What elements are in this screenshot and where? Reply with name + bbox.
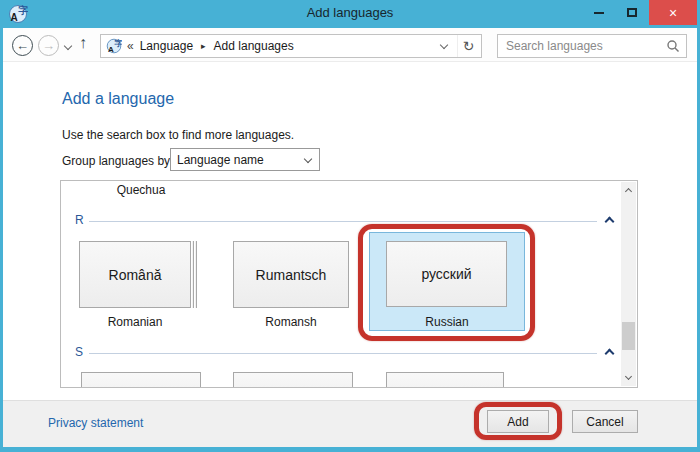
group-divider bbox=[89, 221, 597, 222]
page-subtext: Use the search box to find more language… bbox=[62, 128, 294, 142]
back-icon: ← bbox=[16, 39, 29, 52]
breadcrumb-collapse-icon[interactable]: « bbox=[127, 39, 134, 53]
language-tile-romansh[interactable]: Rumantsch bbox=[233, 241, 349, 308]
group-by-value: Language name bbox=[177, 153, 264, 167]
collapse-group-s-icon[interactable] bbox=[605, 349, 615, 359]
maximize-button[interactable] bbox=[615, 0, 649, 25]
language-tile-partial[interactable] bbox=[81, 372, 201, 388]
window-body: ← → ↑ 字 A « Language ▸ Add languages ↻ bbox=[3, 28, 697, 447]
tile-native-name: Română bbox=[109, 267, 162, 283]
breadcrumb-item-add-languages[interactable]: Add languages bbox=[212, 39, 296, 53]
window-controls: × bbox=[583, 0, 697, 25]
minimize-icon bbox=[594, 12, 604, 14]
tile-stack-edge bbox=[192, 241, 194, 308]
forward-button[interactable]: → bbox=[38, 35, 59, 56]
add-languages-window: 字 A Add languages × ← → ↑ 字 A « Languag bbox=[0, 0, 700, 452]
group-by-label: Group languages by: bbox=[62, 154, 173, 168]
breadcrumb-separator-icon[interactable]: ▸ bbox=[195, 41, 212, 51]
tile-label-quechua: Quechua bbox=[81, 183, 201, 197]
close-icon: × bbox=[669, 5, 677, 21]
group-header-r: R bbox=[75, 213, 84, 227]
group-divider bbox=[89, 353, 597, 354]
language-tile-partial[interactable] bbox=[233, 372, 353, 388]
annotation-ring-add bbox=[474, 402, 562, 440]
search-input[interactable] bbox=[504, 38, 666, 54]
scroll-up-button[interactable] bbox=[621, 182, 636, 198]
tile-native-name: Rumantsch bbox=[256, 267, 327, 283]
titlebar[interactable]: 字 A Add languages × bbox=[0, 0, 700, 28]
svg-text:A: A bbox=[108, 45, 114, 54]
chevron-down-icon bbox=[304, 155, 312, 163]
page-title: Add a language bbox=[62, 90, 174, 108]
refresh-button[interactable]: ↻ bbox=[457, 35, 479, 57]
tile-label-romansh: Romansh bbox=[233, 315, 349, 329]
search-box bbox=[497, 34, 687, 58]
refresh-icon: ↻ bbox=[463, 38, 475, 54]
breadcrumb-item-language[interactable]: Language bbox=[138, 39, 195, 53]
address-dropdown-icon[interactable] bbox=[440, 41, 448, 49]
footer-bar: Privacy statement Add Cancel bbox=[3, 400, 697, 447]
chevron-down-icon bbox=[625, 373, 632, 380]
search-icon[interactable] bbox=[666, 39, 680, 53]
tile-stack-edge bbox=[195, 241, 197, 308]
svg-text:字: 字 bbox=[114, 38, 122, 48]
group-by-dropdown[interactable]: Language name bbox=[170, 148, 320, 171]
close-button[interactable]: × bbox=[649, 0, 697, 25]
maximize-icon bbox=[627, 8, 637, 17]
tile-label-romanian: Romanian bbox=[79, 315, 191, 329]
privacy-statement-link[interactable]: Privacy statement bbox=[48, 416, 143, 430]
language-breadcrumb-icon: 字 A bbox=[106, 38, 122, 54]
language-tile-romanian[interactable]: Română bbox=[79, 241, 191, 308]
language-list: Quechua R Română Romanian Rumantsch Roma… bbox=[60, 180, 638, 388]
minimize-button[interactable] bbox=[583, 0, 615, 25]
cancel-button[interactable]: Cancel bbox=[572, 410, 638, 433]
up-icon: ↑ bbox=[79, 34, 87, 51]
scrollbar-thumb[interactable] bbox=[622, 322, 635, 350]
group-header-s: S bbox=[75, 345, 83, 359]
back-button[interactable]: ← bbox=[12, 35, 33, 56]
address-bar[interactable]: 字 A « Language ▸ Add languages ↻ bbox=[100, 34, 482, 58]
chevron-up-icon bbox=[625, 188, 632, 195]
scroll-down-button[interactable] bbox=[621, 370, 636, 386]
up-button[interactable]: ↑ bbox=[79, 34, 87, 52]
recent-pages-dropdown[interactable] bbox=[64, 42, 72, 50]
language-tile-partial[interactable] bbox=[386, 372, 504, 388]
collapse-group-r-icon[interactable] bbox=[605, 217, 615, 227]
navigation-toolbar: ← → ↑ 字 A « Language ▸ Add languages ↻ bbox=[3, 28, 697, 62]
annotation-ring-russian bbox=[358, 224, 535, 341]
list-scrollbar[interactable] bbox=[621, 182, 636, 386]
forward-icon: → bbox=[42, 39, 55, 52]
